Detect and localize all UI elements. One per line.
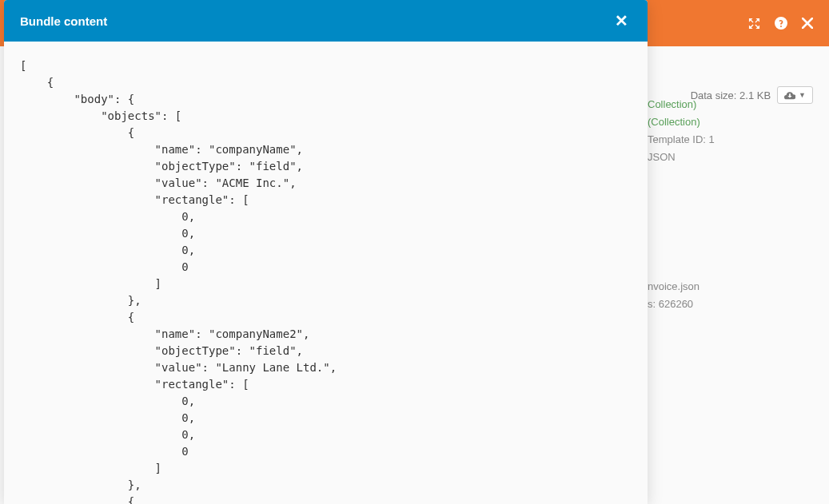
cloud-download-icon bbox=[784, 89, 795, 101]
expand-icon[interactable] bbox=[748, 18, 760, 30]
close-background-icon[interactable] bbox=[802, 18, 813, 29]
close-icon[interactable]: ✕ bbox=[612, 13, 632, 29]
bg-detail-line: Collection) bbox=[648, 96, 715, 113]
bg-detail-line: JSON bbox=[648, 149, 715, 166]
modal-body-code[interactable]: [ { "body": { "objects": [ { "name": "co… bbox=[4, 42, 648, 504]
bg-detail-line: s: 626260 bbox=[648, 296, 715, 313]
modal-header: Bundle content ✕ bbox=[4, 0, 648, 42]
bg-detail-line: nvoice.json bbox=[648, 278, 715, 296]
bundle-content-modal: Bundle content ✕ [ { "body": { "objects"… bbox=[4, 0, 648, 504]
caret-down-icon: ▼ bbox=[799, 91, 806, 99]
bg-detail-line: Template ID: 1 bbox=[648, 131, 715, 149]
modal-title: Bundle content bbox=[20, 14, 107, 28]
background-details: Collection) (Collection) Template ID: 1 … bbox=[648, 96, 715, 314]
bg-detail-line: (Collection) bbox=[648, 113, 715, 131]
help-icon[interactable] bbox=[775, 17, 787, 30]
download-button[interactable]: ▼ bbox=[777, 86, 813, 104]
